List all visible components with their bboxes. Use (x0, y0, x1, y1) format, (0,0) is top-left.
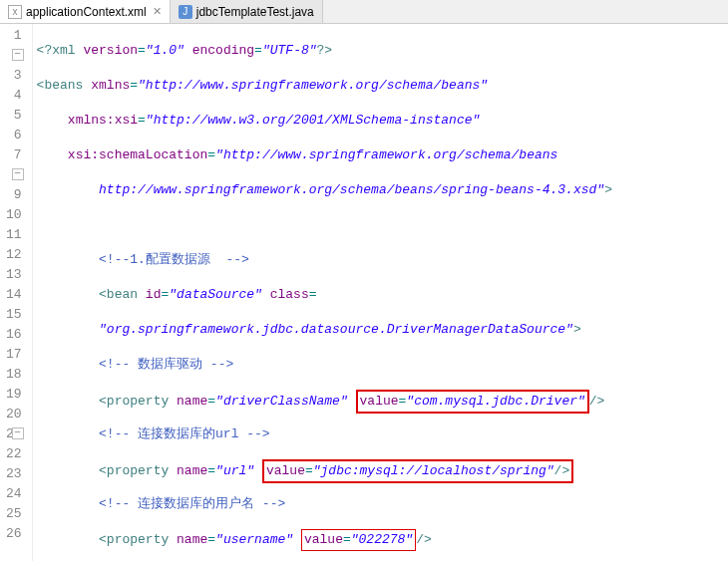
editor-tabs: x applicationContext.xml ✕ J jdbcTemplat… (0, 0, 728, 24)
tab-label: jdbcTemplateTest.java (196, 5, 314, 19)
code-line: <?xml version="1.0" encoding="UTF-8"?> (37, 41, 612, 61)
code-line: "org.springframework.jdbc.datasource.Dri… (37, 320, 612, 340)
code-line (37, 215, 612, 235)
code-line: <bean id="dataSource" class= (37, 285, 612, 305)
code-line: <!--1.配置数据源 --> (37, 250, 612, 270)
code-line: xsi:schemaLocation="http://www.springfra… (37, 145, 612, 165)
code-line: http://www.springframework.org/schema/be… (37, 180, 612, 200)
xml-file-icon: x (8, 5, 22, 19)
code-line: <beans xmlns="http://www.springframework… (37, 76, 612, 96)
tab-application-context[interactable]: x applicationContext.xml ✕ (0, 0, 171, 23)
code-line: <property name="driverClassName" value="… (37, 390, 612, 410)
code-line: xmlns:xsi="http://www.w3.org/2001/XMLSch… (37, 111, 612, 131)
code-line: <property name="url" value="jdbc:mysql:/… (37, 459, 612, 479)
code-editor[interactable]: 1234 5678 9101112 13141516 17181920 2122… (0, 24, 728, 561)
code-area[interactable]: <?xml version="1.0" encoding="UTF-8"?> <… (33, 24, 616, 561)
code-line: <!-- 连接数据库的用户名 --> (37, 494, 612, 514)
line-number-gutter: 1234 5678 9101112 13141516 17181920 2122… (0, 24, 33, 561)
tab-label: applicationContext.xml (26, 5, 147, 19)
code-line: <!-- 数据库驱动 --> (37, 355, 612, 375)
code-line: <property name="username" value="022278"… (37, 529, 612, 549)
close-icon[interactable]: ✕ (153, 5, 162, 18)
java-file-icon: J (179, 5, 192, 19)
tab-jdbc-template-test[interactable]: J jdbcTemplateTest.java (171, 0, 323, 23)
code-line: <!-- 连接数据库的url --> (37, 424, 612, 444)
